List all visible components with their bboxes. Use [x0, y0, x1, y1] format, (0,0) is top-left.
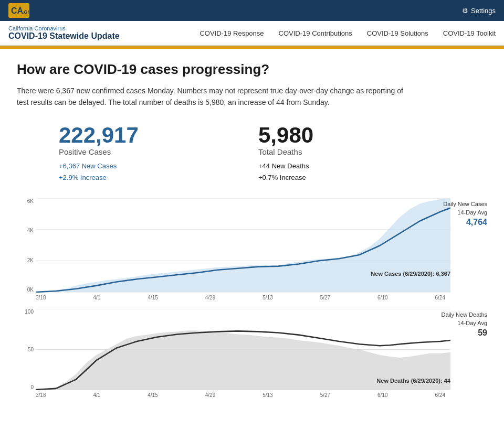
svg-text:.GOV: .GOV — [23, 9, 29, 15]
x-label-624: 6/24 — [435, 295, 445, 300]
dx-label-624: 6/24 — [435, 392, 445, 398]
page-heading: How are COVID-19 cases progressing? — [17, 61, 487, 78]
deaths-annotation-line2: 14-Day Avg — [442, 319, 487, 327]
cases-x-axis: 3/18 4/1 4/15 4/29 5/13 5/27 6/10 6/24 — [17, 293, 487, 300]
cases-new: +6,367 New Cases — [59, 160, 164, 172]
deaths-annotation-line1: Daily New Deaths — [442, 311, 487, 319]
deaths-inline-value: 44 — [444, 378, 450, 384]
deaths-label: Total Deaths — [258, 147, 363, 156]
cases-inline-value: 6,367 — [436, 271, 450, 277]
deaths-chart-wrapper: 100 50 0 New Deaths (6/29 — [17, 309, 487, 390]
y-label-4k: 4K — [17, 228, 34, 233]
x-label-41: 4/1 — [93, 295, 100, 300]
cases-avg-value: 4,764 — [443, 217, 487, 228]
dy-label-0: 0 — [17, 384, 34, 390]
deaths-inline-text: New Deaths (6/29/2020): — [376, 378, 444, 384]
stats-row: 222,917 Positive Cases +6,367 New Cases … — [17, 123, 487, 184]
nav-links: COVID-19 Response COVID-19 Contributions… — [200, 29, 496, 37]
x-label-610: 6/10 — [377, 295, 387, 300]
settings-label: Settings — [471, 7, 496, 15]
x-label-318: 3/18 — [36, 295, 46, 300]
nav-link-response[interactable]: COVID-19 Response — [200, 29, 264, 37]
cases-chart-annotation: Daily New Cases 14-Day Avg 4,764 — [443, 200, 487, 228]
dx-label-318: 3/18 — [36, 392, 46, 398]
page-description: There were 6,367 new confirmed cases Mon… — [17, 85, 405, 109]
dx-label-415: 4/15 — [148, 392, 158, 398]
deaths-x-axis: 3/18 4/1 4/15 4/29 5/13 5/27 6/10 6/24 — [17, 390, 487, 398]
deaths-avg-value: 59 — [442, 327, 487, 339]
y-label-0k: 0K — [17, 287, 34, 293]
deaths-chart-container: 100 50 0 New Deaths (6/29 — [17, 309, 487, 398]
svg-marker-7 — [36, 198, 450, 292]
deaths-y-axis: 100 50 0 — [17, 309, 36, 390]
cases-chart-wrapper: 6K 4K 2K 0K — [17, 198, 487, 293]
dy-label-100: 100 — [17, 309, 34, 315]
deaths-inline-label: New Deaths (6/29/2020): 44 — [376, 378, 450, 384]
dx-label-513: 5/13 — [262, 392, 272, 398]
x-label-415: 4/15 — [148, 295, 158, 300]
deaths-change: +44 New Deaths +0.7% Increase — [258, 160, 363, 184]
deaths-number: 5,980 — [258, 123, 363, 147]
deaths-stat-block: 5,980 Total Deaths +44 New Deaths +0.7% … — [258, 123, 363, 184]
cases-change: +6,367 New Cases +2.9% Increase — [59, 160, 164, 184]
deaths-chart-annotation: Daily New Deaths 14-Day Avg 59 — [442, 311, 487, 339]
cases-svg-area — [36, 198, 450, 293]
nav-link-toolkit[interactable]: COVID-19 Toolkit — [443, 29, 496, 37]
nav-header: California Coronavirus COVID-19 Statewid… — [0, 21, 504, 46]
deaths-new: +44 New Deaths — [258, 160, 363, 172]
cases-stat-block: 222,917 Positive Cases +6,367 New Cases … — [59, 123, 164, 184]
x-label-429: 4/29 — [205, 295, 215, 300]
nav-link-solutions[interactable]: COVID-19 Solutions — [367, 29, 428, 37]
site-subtitle: California Coronavirus — [8, 25, 120, 31]
svg-text:CA: CA — [11, 6, 24, 15]
cases-y-axis: 6K 4K 2K 0K — [17, 198, 36, 293]
y-label-2k: 2K — [17, 257, 34, 263]
cases-number: 222,917 — [59, 123, 164, 147]
gear-icon: ⚙ — [462, 7, 468, 15]
cases-annotation-line2: 14-Day Avg — [443, 209, 487, 217]
dx-label-41: 4/1 — [93, 392, 100, 398]
site-title: COVID-19 Statewide Update — [8, 31, 120, 41]
settings-button[interactable]: ⚙ Settings — [462, 7, 496, 15]
dx-label-610: 6/10 — [377, 392, 387, 398]
y-label-6k: 6K — [17, 198, 34, 204]
cases-chart-container: 6K 4K 2K 0K — [17, 198, 487, 300]
cases-increase: +2.9% Increase — [59, 172, 164, 184]
main-content: How are COVID-19 cases progressing? Ther… — [0, 49, 504, 419]
cases-annotation-line1: Daily New Cases — [443, 200, 487, 208]
site-title-area: California Coronavirus COVID-19 Statewid… — [8, 25, 120, 41]
x-label-513: 5/13 — [262, 295, 272, 300]
cases-inline-label: New Cases (6/29/2020): 6,367 — [371, 271, 450, 277]
x-label-527: 5/27 — [320, 295, 330, 300]
cases-label: Positive Cases — [59, 147, 164, 156]
nav-link-contributions[interactable]: COVID-19 Contributions — [279, 29, 352, 37]
cases-inline-text: New Cases (6/29/2020): — [371, 271, 436, 277]
ca-logo: CA .GOV — [8, 3, 29, 18]
dx-label-429: 4/29 — [205, 392, 215, 398]
top-bar: CA .GOV ⚙ Settings — [0, 0, 504, 21]
dx-label-527: 5/27 — [320, 392, 330, 398]
deaths-increase: +0.7% Increase — [258, 172, 363, 184]
dy-label-50: 50 — [17, 347, 34, 352]
logo-area: CA .GOV — [8, 3, 29, 18]
